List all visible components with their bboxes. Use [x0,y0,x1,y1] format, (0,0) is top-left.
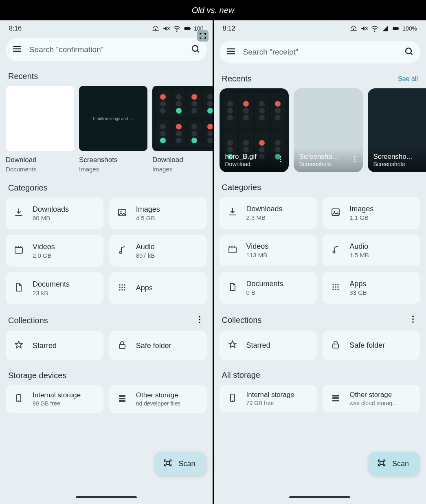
recent-card[interactable]: hero_B.gif Download [220,88,289,172]
recent-sub: Screenshots [373,161,419,167]
star-icon [14,340,24,351]
screenshot-preview-icon[interactable] [197,30,209,42]
search-icon[interactable] [404,46,414,58]
category-name: Videos [33,243,55,251]
search-input[interactable] [243,48,397,57]
category-name: Documents [33,280,70,289]
phone-icon [14,393,24,405]
recent-sub: Images [79,166,147,173]
scan-button[interactable]: Scan [369,452,419,476]
old-pane: 8:16 100 Recents Download Document [0,20,214,504]
category-apps[interactable]: Apps [109,272,207,304]
hamburger-icon[interactable] [226,46,236,58]
search-bar[interactable] [220,41,421,64]
collections-menu-icon[interactable] [195,315,204,326]
storage-internal[interactable]: Internal storage90 GB free [6,385,103,413]
gesture-bar[interactable] [289,496,350,498]
battery-icon [392,24,400,33]
collection-safe-folder[interactable]: Safe folder [323,331,420,360]
download-icon [14,208,24,219]
storage-sub: 79 GB free [246,400,294,406]
category-videos[interactable]: Videos2.0 GB [6,235,103,267]
recent-menu-icon[interactable] [277,155,285,165]
category-documents[interactable]: Documents23 kB [6,272,103,304]
storage-sub: nd developer files [136,400,181,407]
status-bar: 8:16 100 [0,20,213,34]
comparison-header: Old vs. new [0,0,426,20]
recent-item[interactable]: Download Images [152,86,214,173]
recent-sub: Images [152,166,214,173]
category-name: Audio [349,242,369,251]
battery-icon [183,24,191,33]
recent-menu-icon[interactable] [351,155,359,165]
recent-card[interactable]: Screensho... Screenshots [368,88,426,172]
category-documents[interactable]: Documents0 B [220,272,317,304]
recent-item[interactable]: 0 million songs and … Screenshots Images [79,86,147,173]
document-icon [228,282,237,294]
recent-thumb: 0 million songs and … [79,86,147,151]
star-icon [228,340,237,351]
search-bar[interactable] [6,38,207,61]
see-all-link[interactable]: See all [398,75,418,83]
categories-title: Categories [8,183,48,193]
scan-button[interactable]: Scan [155,452,206,476]
collection-name: Starred [246,341,270,350]
recents-title: Recents [8,72,38,81]
vpn-icon [152,24,160,33]
category-downloads[interactable]: Downloads60 MB [6,197,103,229]
storage-title: Storage devices [8,371,66,380]
category-size: 4.5 GB [136,215,160,221]
comparison-title: Old vs. new [192,6,234,15]
category-images[interactable]: Images1.1 GB [323,197,420,229]
category-size: 60 MB [33,215,69,221]
storage-title: All storage [222,370,261,380]
collection-name: Safe folder [349,341,385,350]
hamburger-icon[interactable] [12,44,22,55]
gesture-bar[interactable] [76,496,137,498]
collection-name: Starred [33,342,57,350]
category-name: Images [136,205,160,214]
category-audio[interactable]: Audio897 kB [109,235,207,267]
storage-internal[interactable]: Internal storage79 GB free [220,385,317,412]
category-name: Downloads [246,205,283,213]
collections-menu-icon[interactable] [408,314,418,326]
recent-name: Download [6,156,74,164]
recent-thumb [6,86,74,151]
collection-safe-folder[interactable]: Safe folder [109,331,207,360]
recents-row[interactable]: hero_B.gif Download Screensho... Screens… [214,88,426,172]
category-images[interactable]: Images4.5 GB [109,197,207,229]
storage-name: Other storage [136,391,181,399]
category-audio[interactable]: Audio1.5 MB [323,234,420,266]
category-downloads[interactable]: Downloads2.3 MB [220,197,317,229]
categories-title: Categories [222,183,261,192]
category-apps[interactable]: Apps33 GB [323,272,420,304]
download-icon [228,207,237,219]
storage-sub: 90 GB free [33,400,81,407]
recent-item[interactable]: Download Documents [6,86,74,173]
search-icon[interactable] [191,44,200,55]
image-icon [117,208,127,219]
vpn-icon [349,24,358,33]
recent-card[interactable]: Screensho... Screenshots [294,88,363,172]
category-name: Apps [349,280,367,288]
recents-title: Recents [222,74,252,83]
category-size: 2.3 MB [246,214,283,221]
document-icon [14,283,24,294]
category-size: 23 kB [33,289,70,296]
collection-starred[interactable]: Starred [220,331,317,360]
storage-other[interactable]: Other storagend developer files [109,385,207,413]
storage-other[interactable]: Other storagewse cloud storage a [323,385,420,412]
category-name: Videos [246,242,269,251]
category-name: Apps [136,284,153,292]
storage-name: Internal storage [33,391,81,399]
scan-icon [377,458,386,469]
collections-title: Collections [222,316,262,325]
recents-row[interactable]: Download Documents 0 million songs and …… [0,86,213,173]
collection-name: Safe folder [136,342,171,350]
category-size: 113 MB [246,252,269,259]
status-battery: 100% [402,25,417,32]
search-input[interactable] [29,45,183,54]
collection-starred[interactable]: Starred [6,331,103,360]
category-videos[interactable]: Videos113 MB [220,234,317,266]
collections-title: Collections [8,316,48,325]
